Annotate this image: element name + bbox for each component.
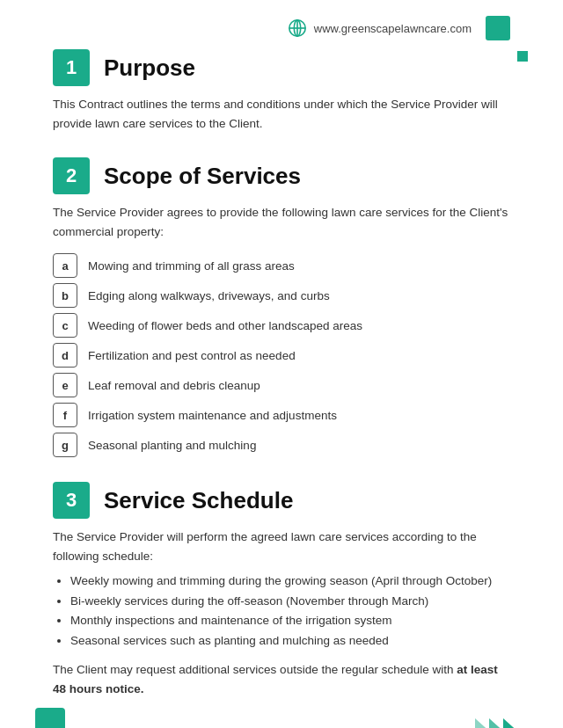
page-container: www.greenscapelawncare.com 1 Purpose Thi… bbox=[0, 0, 563, 728]
item-text: Leaf removal and debris cleanup bbox=[88, 379, 260, 392]
item-label: b bbox=[53, 283, 77, 308]
list-item: g Seasonal planting and mulching bbox=[53, 433, 510, 457]
bullet-item: Monthly inspections and maintenance of t… bbox=[70, 611, 510, 631]
list-item: d Fertilization and pest control as need… bbox=[53, 343, 510, 368]
section-title-2: Scope of Services bbox=[104, 163, 301, 190]
section-num-2: 2 bbox=[53, 157, 90, 194]
item-label: c bbox=[53, 313, 77, 338]
list-item: a Mowing and trimming of all grass areas bbox=[53, 253, 510, 278]
item-label: f bbox=[53, 403, 77, 427]
item-text: Edging along walkways, driveways, and cu… bbox=[88, 289, 330, 302]
notice-bold: at least 48 hours notice. bbox=[53, 663, 498, 695]
bottom-left-square bbox=[35, 708, 65, 729]
item-text: Irrigation system maintenance and adjust… bbox=[88, 409, 337, 422]
chevron-2 bbox=[489, 718, 507, 729]
section-title-3: Service Schedule bbox=[104, 487, 293, 514]
item-label: a bbox=[53, 253, 77, 278]
section-schedule-header: 3 Service Schedule bbox=[53, 482, 510, 519]
header-small-square bbox=[517, 51, 528, 62]
section-scope-header: 2 Scope of Services bbox=[53, 157, 510, 194]
list-item: b Edging along walkways, driveways, and … bbox=[53, 283, 510, 308]
page-header: www.greenscapelawncare.com bbox=[53, 0, 510, 49]
section-purpose: 1 Purpose This Contract outlines the ter… bbox=[53, 49, 510, 133]
section-intro-2: The Service Provider agrees to provide t… bbox=[53, 203, 510, 241]
bullet-item: Weekly mowing and trimming during the gr… bbox=[70, 571, 510, 592]
section-purpose-header: 1 Purpose bbox=[53, 49, 510, 86]
section-body-1: This Contract outlines the terms and con… bbox=[53, 95, 510, 133]
section-scope: 2 Scope of Services The Service Provider… bbox=[53, 157, 510, 457]
item-label: e bbox=[53, 373, 77, 397]
list-item: c Weeding of flower beds and other lands… bbox=[53, 313, 510, 338]
section-num-3: 3 bbox=[53, 482, 90, 519]
section-schedule: 3 Service Schedule The Service Provider … bbox=[53, 482, 510, 698]
item-text: Mowing and trimming of all grass areas bbox=[88, 259, 295, 273]
item-text: Seasonal planting and mulching bbox=[88, 439, 256, 452]
header-teal-square bbox=[486, 16, 510, 40]
bullet-item: Bi-weekly services during the off-season… bbox=[70, 592, 510, 612]
section-body-3: The Service Provider will perform the ag… bbox=[53, 528, 510, 565]
service-items-list: a Mowing and trimming of all grass areas… bbox=[53, 253, 510, 457]
item-text: Weeding of flower beds and other landsca… bbox=[88, 319, 362, 332]
globe-icon bbox=[288, 18, 307, 38]
bullet-item: Seasonal services such as planting and m… bbox=[70, 631, 510, 652]
bottom-chevrons bbox=[475, 718, 521, 729]
schedule-bullet-list: Weekly mowing and trimming during the gr… bbox=[70, 571, 510, 652]
item-label: g bbox=[53, 433, 77, 457]
item-label: d bbox=[53, 343, 77, 368]
schedule-notice: The Client may request additional servic… bbox=[53, 660, 510, 698]
list-item: f Irrigation system maintenance and adju… bbox=[53, 403, 510, 427]
section-title-1: Purpose bbox=[104, 55, 195, 82]
website-label: www.greenscapelawncare.com bbox=[314, 22, 472, 35]
section-num-1: 1 bbox=[53, 49, 90, 86]
item-text: Fertilization and pest control as needed bbox=[88, 349, 296, 362]
list-item: e Leaf removal and debris cleanup bbox=[53, 373, 510, 397]
